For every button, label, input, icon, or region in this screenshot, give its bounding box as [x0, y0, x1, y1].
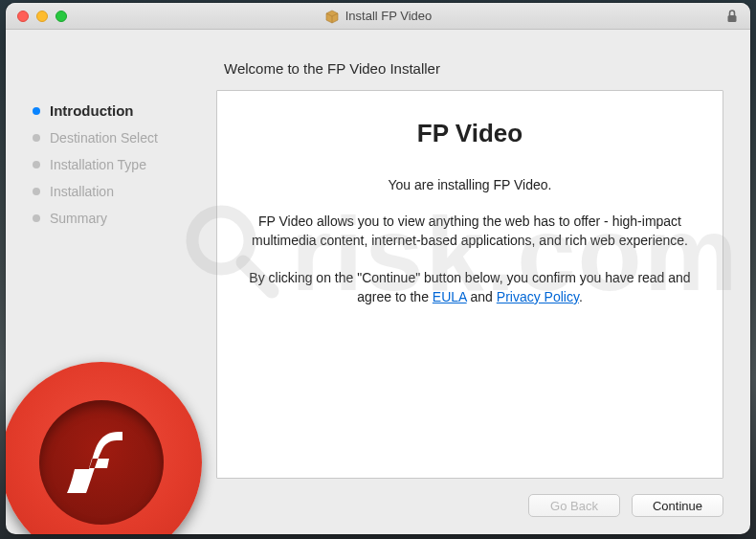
svg-rect-0 [728, 15, 737, 22]
continue-button[interactable]: Continue [632, 494, 723, 517]
bullet-icon [33, 134, 40, 142]
sidebar-item-label: Destination Select [50, 130, 158, 146]
bullet-icon [33, 214, 40, 222]
agree-and: and [467, 289, 497, 304]
bullet-icon [33, 161, 40, 168]
sidebar-item-destination: Destination Select [33, 124, 216, 151]
content-area: risk.com Introduction Destination Select… [6, 30, 750, 534]
flash-f-icon [54, 415, 149, 510]
lock-icon[interactable] [725, 9, 739, 28]
eula-link[interactable]: EULA [433, 289, 467, 304]
sidebar-item-summary: Summary [33, 205, 216, 232]
install-line: You are installing FP Video. [234, 175, 705, 194]
sidebar-item-introduction: Introduction [33, 97, 216, 124]
flash-circle-icon [6, 362, 202, 534]
main-panel: Welcome to the FP Video Installer FP Vid… [216, 30, 750, 534]
window-title: Install FP Video [6, 9, 750, 24]
go-back-button: Go Back [528, 494, 620, 517]
sidebar-item-label: Introduction [50, 102, 133, 119]
welcome-heading: Welcome to the FP Video Installer [224, 60, 723, 77]
agree-period: . [579, 289, 583, 304]
flash-logo [6, 362, 202, 534]
description-line: FP Video allows you to view anything the… [234, 212, 705, 251]
sidebar-item-label: Summary [50, 211, 107, 226]
agreement-line: By clicking on the "Continue" button bel… [234, 268, 705, 307]
product-title: FP Video [234, 116, 705, 152]
bullet-icon [33, 188, 40, 195]
window-title-text: Install FP Video [345, 9, 433, 23]
sidebar-item-installation: Installation [33, 178, 216, 205]
sidebar-item-installation-type: Installation Type [33, 151, 216, 178]
installer-window: Install FP Video risk.com Introduction [6, 3, 750, 534]
privacy-link[interactable]: Privacy Policy [497, 289, 579, 304]
sidebar-item-label: Installation [50, 184, 114, 199]
step-list: Introduction Destination Select Installa… [33, 97, 216, 232]
package-icon [324, 9, 340, 24]
bullet-icon [33, 107, 40, 115]
button-row: Go Back Continue [216, 479, 723, 534]
sidebar-item-label: Installation Type [50, 157, 146, 172]
flash-inner-icon [39, 400, 164, 525]
titlebar: Install FP Video [6, 3, 750, 30]
content-box: FP Video You are installing FP Video. FP… [216, 90, 723, 479]
